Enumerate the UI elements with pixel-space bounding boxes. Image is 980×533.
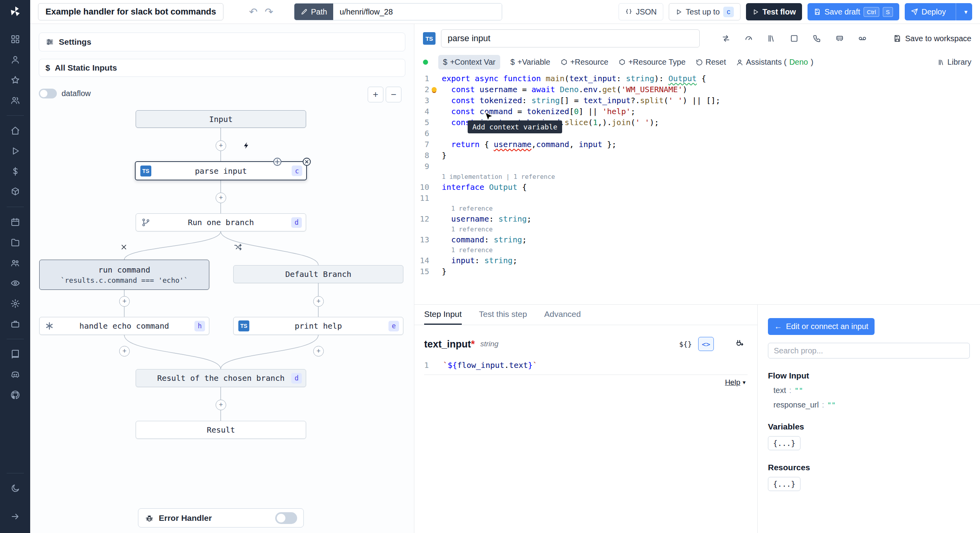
runs-icon[interactable] (7, 143, 23, 159)
flow-panel: Settings $ All Static Inputs dataflow + … (30, 24, 414, 533)
assistants-button[interactable]: Assistants (Deno) (736, 58, 813, 67)
deploy-icon (911, 8, 918, 15)
redo-button[interactable]: ↷ (261, 4, 277, 20)
window-icon[interactable] (788, 32, 801, 45)
voicemail-icon[interactable] (856, 32, 869, 45)
add-resource-type-button[interactable]: +Resource Type (619, 58, 686, 67)
settings-row[interactable]: Settings (39, 33, 405, 51)
node-branch-result[interactable]: Result of the chosen branch d (136, 369, 306, 387)
error-handler-row[interactable]: Error Handler (138, 508, 304, 528)
template-expr-button[interactable]: ${} (677, 337, 694, 351)
path-chip[interactable]: Path u/henri/flow_28 (294, 3, 502, 20)
swap-branches-icon[interactable] (233, 242, 243, 252)
json-button[interactable]: JSON (619, 3, 663, 20)
schedules-icon[interactable] (7, 214, 23, 230)
library-button[interactable]: Library (938, 58, 971, 67)
save-draft-button[interactable]: Save draft Ctrl S (808, 3, 899, 20)
step-name-input[interactable] (441, 29, 700, 47)
groups-icon[interactable] (7, 255, 23, 271)
undo-button[interactable]: ↶ (245, 4, 261, 20)
variables-heading: Variables (768, 422, 970, 431)
connect-plug-icon[interactable] (732, 337, 748, 351)
trigger-bolt-icon[interactable] (241, 140, 252, 151)
node-default-branch[interactable]: Default Branch (233, 265, 403, 283)
zoom-in-button[interactable]: + (368, 87, 383, 102)
gauge-icon[interactable] (742, 32, 755, 45)
static-inputs-row[interactable]: $ All Static Inputs (39, 59, 405, 77)
error-handler-toggle[interactable] (275, 512, 297, 524)
search-prop-input[interactable] (768, 343, 970, 358)
audit-eye-icon[interactable] (7, 275, 23, 291)
tooltip: Add context variable (468, 120, 562, 133)
edit-or-connect-button[interactable]: ← Edit or connect an input (768, 318, 875, 335)
path-value[interactable]: u/henri/flow_28 (333, 4, 502, 20)
user-icon[interactable] (7, 52, 23, 67)
step-id-badge: d (291, 373, 302, 384)
library-icon[interactable] (765, 32, 778, 45)
windmill-logo[interactable] (9, 5, 21, 19)
workers-icon[interactable] (7, 316, 23, 332)
node-handle-echo-command[interactable]: handle echo command h (39, 317, 209, 335)
play-icon (675, 9, 682, 15)
add-step-button[interactable]: + (216, 400, 226, 410)
node-print-help[interactable]: TS print help e (233, 317, 403, 335)
prop-item-response-url[interactable]: response_url:"" (773, 400, 970, 409)
code-mode-button[interactable]: <> (698, 337, 714, 351)
node-input[interactable]: Input (136, 110, 306, 128)
star-icon[interactable] (7, 72, 23, 88)
home-icon[interactable] (7, 123, 23, 138)
remove-branch-icon[interactable] (119, 242, 129, 252)
test-up-to-button[interactable]: Test up to c (669, 3, 740, 20)
add-step-button[interactable]: + (216, 193, 226, 203)
tab-advanced[interactable]: Advanced (544, 305, 581, 325)
add-step-button[interactable]: + (119, 296, 130, 307)
variables-picker-button[interactable]: {...} (768, 436, 800, 450)
code-editor[interactable]: 1export async function main(text_input: … (414, 71, 980, 277)
variables-icon[interactable] (7, 164, 23, 179)
resources-picker-button[interactable]: {...} (768, 477, 800, 491)
users-icon[interactable] (7, 93, 23, 108)
add-step-button[interactable]: + (313, 346, 324, 357)
folders-icon[interactable] (7, 235, 23, 250)
add-variable-button[interactable]: $+Variable (510, 58, 550, 67)
help-link[interactable]: Help (725, 378, 740, 387)
discord-icon[interactable] (7, 367, 23, 382)
docs-book-icon[interactable] (7, 346, 23, 362)
tab-test-this-step[interactable]: Test this step (479, 305, 527, 325)
delete-step-icon[interactable] (301, 156, 312, 167)
zoom-out-button[interactable]: − (386, 87, 401, 102)
resources-heading: Resources (768, 463, 970, 472)
flow-title[interactable]: Example handler for slack bot commands (38, 3, 223, 20)
resources-icon[interactable] (7, 184, 23, 200)
expr-editor[interactable]: 1 `${flow_input.text}` (424, 359, 748, 375)
vehicle-icon[interactable] (833, 32, 846, 45)
dashboard-icon[interactable] (7, 31, 23, 47)
expand-sidebar-icon[interactable] (7, 509, 23, 524)
save-to-workspace-button[interactable]: Save to workspace (893, 34, 971, 43)
node-result[interactable]: Result (136, 421, 306, 439)
add-resource-button[interactable]: +Resource (561, 58, 608, 67)
node-run-command-branch[interactable]: run command `results.c.command === 'echo… (39, 260, 209, 290)
dataflow-toggle[interactable] (39, 89, 57, 98)
settings-gear-icon[interactable] (7, 296, 23, 311)
chevron-down-icon[interactable]: ▾ (742, 379, 746, 386)
tab-step-input[interactable]: Step Input (424, 305, 462, 325)
add-context-var-button[interactable]: $+Context Var (438, 55, 500, 69)
deploy-button[interactable]: Deploy ▾ (905, 3, 972, 20)
reset-button[interactable]: Reset (696, 58, 726, 67)
add-step-button[interactable]: + (119, 346, 130, 357)
move-step-icon[interactable] (272, 156, 283, 167)
deploy-caret-icon[interactable]: ▾ (960, 3, 972, 20)
phone-icon[interactable] (810, 32, 824, 45)
add-step-button[interactable]: + (313, 296, 324, 307)
theme-moon-icon[interactable] (7, 480, 23, 496)
test-flow-button[interactable]: Test flow (746, 3, 802, 20)
node-parse-input[interactable]: TS parse input c (135, 161, 307, 180)
node-run-one-branch[interactable]: Run one branch d (136, 213, 306, 231)
add-step-button[interactable]: + (216, 140, 226, 151)
diff-icon[interactable] (719, 32, 733, 45)
github-icon[interactable] (7, 387, 23, 403)
error-handler-label: Error Handler (159, 513, 270, 523)
path-label: Path (294, 4, 333, 20)
prop-item-text[interactable]: text:"" (773, 386, 970, 395)
